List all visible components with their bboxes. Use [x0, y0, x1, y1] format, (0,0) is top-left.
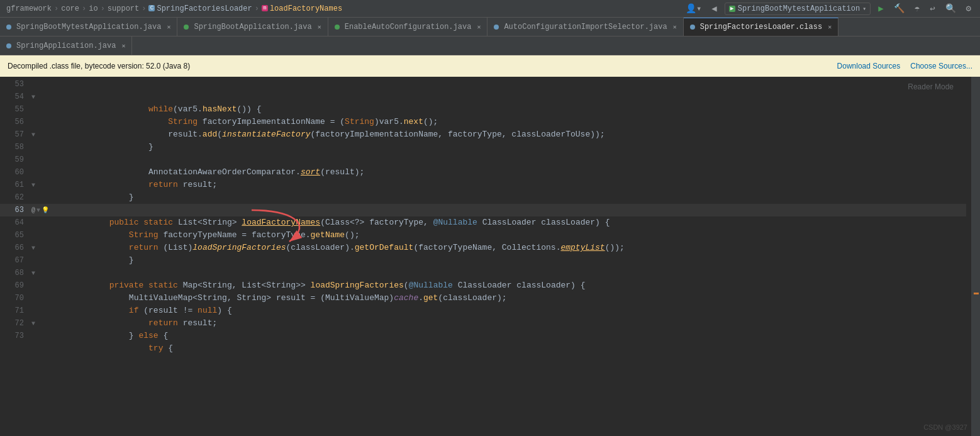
fold-icon[interactable]: ▼: [31, 267, 35, 280]
tab-close-icon[interactable]: ✕: [828, 23, 832, 31]
tab-icon: [335, 25, 340, 30]
code-line-55: 55 String factoryImplementationName = (S…: [0, 103, 966, 116]
code-line-69: 69 MultiValueMap<String, String> result …: [0, 279, 966, 292]
bulb-icon[interactable]: 💡: [42, 204, 49, 217]
notice-text: Decompiled .class file, bytecode version…: [8, 62, 190, 70]
fold-icon[interactable]: ▼: [36, 204, 40, 217]
tab-icon: [6, 43, 11, 48]
code-line-53: 53: [0, 78, 966, 91]
run-config-label: SpringBootMytestApplication: [738, 4, 860, 13]
tab-close-icon[interactable]: ✕: [121, 42, 125, 50]
tab-close-icon[interactable]: ✕: [318, 23, 321, 31]
settings-icon[interactable]: ⚙: [964, 2, 974, 15]
tab-label: SpringBootApplication.java: [194, 23, 311, 31]
breadcrumb-support[interactable]: support: [108, 4, 139, 13]
code-area[interactable]: Reader Mode 53 54 ▼ while(var5.hasNext()…: [0, 77, 971, 436]
tab-springapplication[interactable]: SpringApplication.java ✕: [0, 36, 132, 55]
breadcrumb-bar: gframework › core › io › support › CSpri…: [0, 0, 980, 18]
reader-mode-button[interactable]: Reader Mode: [908, 81, 954, 93]
fold-icon[interactable]: ▼: [31, 179, 35, 192]
notice-actions: Download Sources Choose Sources...: [837, 62, 972, 70]
tab-close-icon[interactable]: ✕: [477, 23, 481, 31]
back-icon[interactable]: ◀: [709, 2, 719, 15]
code-line-57: 57 ▼ }: [0, 128, 966, 141]
tab-enableautoconfiguration[interactable]: EnableAutoConfiguration.java ✕: [328, 18, 488, 36]
search-icon[interactable]: 🔍: [943, 2, 959, 15]
choose-sources-link[interactable]: Choose Sources...: [910, 62, 972, 70]
tab-label: SpringApplication.java: [16, 42, 116, 50]
tab-label: SpringFactoriesLoader.class: [700, 23, 822, 31]
editor-container: Reader Mode 53 54 ▼ while(var5.hasNext()…: [0, 77, 980, 436]
code-line-59: 59 AnnotationAwareOrderComparator.sort(r…: [0, 154, 966, 166]
tab-label: AutoConfigurationImportSelector.java: [504, 23, 667, 31]
tab-label: EnableAutoConfiguration.java: [345, 23, 472, 31]
fold-icon[interactable]: ▼: [31, 318, 35, 330]
notice-bar: Decompiled .class file, bytecode version…: [0, 55, 980, 77]
tab-label: SpringBootMytestApplication.java: [16, 23, 161, 31]
tab-close-icon[interactable]: ✕: [673, 23, 677, 31]
fold-icon[interactable]: ▼: [31, 129, 35, 142]
code-line-63: 63 @ ▼ 💡 public static List<String> load…: [0, 204, 966, 216]
code-line-56: 56 result.add(instantiateFactory(factory…: [0, 116, 966, 128]
toolbar-right: 👤▾ ◀ ▶ SpringBootMytestApplication ▾ ▶ 🔨…: [683, 2, 974, 15]
breadcrumb-io[interactable]: io: [89, 4, 97, 13]
fold-icon[interactable]: ▼: [31, 242, 35, 255]
code-line-64: 64 String factoryTypeName = factoryType.…: [0, 216, 966, 229]
annotation-icon: @: [31, 204, 35, 217]
breadcrumb-class[interactable]: CSpringFactoriesLoader: [148, 4, 252, 13]
run-config-selector[interactable]: ▶ SpringBootMytestApplication ▾: [725, 3, 871, 15]
tab-bar-row1: SpringBootMytestApplication.java ✕ Sprin…: [0, 18, 980, 36]
tab-icon: [184, 25, 189, 30]
right-scrollbar[interactable]: [971, 77, 980, 436]
tab-icon: [690, 25, 695, 30]
scroll-marker: [974, 293, 979, 294]
code-line-73: 73 try {: [0, 330, 966, 342]
breadcrumb-gframework[interactable]: gframework: [6, 4, 52, 13]
coverage-icon[interactable]: ☂: [912, 2, 922, 15]
tab-springbootmytestapplication[interactable]: SpringBootMytestApplication.java ✕: [0, 18, 177, 36]
person-icon[interactable]: 👤▾: [683, 2, 704, 15]
breadcrumb-core[interactable]: core: [61, 4, 79, 13]
code-line-70: 70 if (result != null) {: [0, 292, 966, 305]
tab-springfactoriesloader[interactable]: SpringFactoriesLoader.class ✕: [684, 18, 838, 36]
code-line-61: 61 ▼ }: [0, 179, 966, 191]
build-icon[interactable]: 🔨: [891, 2, 907, 15]
download-sources-link[interactable]: Download Sources: [837, 62, 901, 70]
code-line-68: 68 ▼ private static Map<String, List<Str…: [0, 267, 966, 279]
reload-icon[interactable]: ↩: [927, 2, 937, 15]
run-icon[interactable]: ▶: [876, 2, 886, 15]
tab-icon: [6, 25, 11, 30]
code-line-71: 71 return result;: [0, 305, 966, 317]
tab-springbootapplication[interactable]: SpringBootApplication.java ✕: [177, 18, 328, 36]
fold-icon[interactable]: ▼: [31, 91, 35, 104]
tab-icon: [494, 25, 499, 30]
breadcrumb-method[interactable]: mloadFactoryNames: [262, 4, 342, 13]
code-line-60: 60 return result;: [0, 166, 966, 179]
tab-autoconfigurationimportselector[interactable]: AutoConfigurationImportSelector.java ✕: [487, 18, 683, 36]
tab-bar-row2: SpringApplication.java ✕: [0, 36, 980, 55]
code-line-65: 65 return (List)loadSpringFactories(clas…: [0, 229, 966, 242]
tab-close-icon[interactable]: ✕: [167, 23, 170, 31]
code-line-72: 72 ▼ } else {: [0, 317, 966, 330]
code-line-54: 54 ▼ while(var5.hasNext()) {: [0, 91, 966, 103]
